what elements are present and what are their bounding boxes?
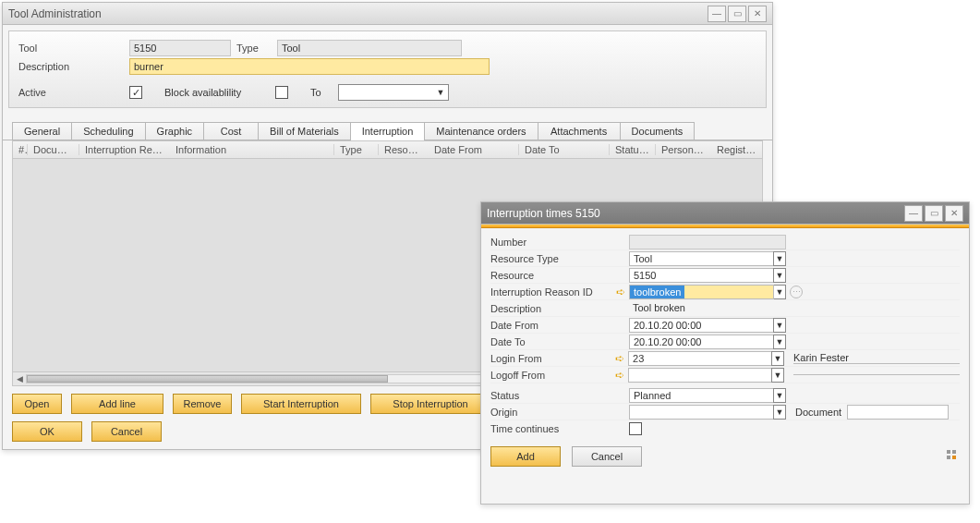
col-registered-by: Registered by	[711, 144, 762, 155]
document-input[interactable]	[847, 405, 949, 420]
stop-interruption-button[interactable]: Stop Interruption	[370, 394, 490, 414]
cancel-button[interactable]: Cancel	[91, 421, 162, 442]
col-hash: #	[13, 144, 28, 155]
logoff-from-select[interactable]	[628, 368, 772, 383]
minimize-button[interactable]: —	[708, 6, 726, 22]
active-label: Active	[18, 87, 129, 98]
tab-bom[interactable]: Bill of Materials	[258, 122, 351, 140]
type-value: Tool	[277, 40, 462, 56]
arrow-right-icon: ➪	[614, 286, 627, 298]
time-continues-label: Time continues	[490, 423, 629, 434]
resource-label: Resource	[490, 270, 629, 281]
dialog-minimize-button[interactable]: —	[904, 205, 923, 222]
tab-documents[interactable]: Documents	[620, 122, 696, 140]
dialog-title: Interruption times 5150	[487, 207, 904, 220]
col-docum: Docum ...	[28, 144, 79, 155]
block-availability-label: Block availablility	[164, 87, 275, 98]
remove-button[interactable]: Remove	[173, 394, 232, 414]
login-from-select[interactable]: 23	[628, 351, 772, 366]
number-label: Number	[490, 237, 629, 248]
col-personnel: Personnel ID	[656, 144, 711, 155]
tab-scheduling[interactable]: Scheduling	[71, 122, 145, 140]
col-date-from: Date From	[429, 144, 519, 155]
scrollbar-thumb[interactable]	[27, 375, 388, 383]
open-button[interactable]: Open	[12, 394, 62, 414]
start-interruption-button[interactable]: Start Interruption	[241, 394, 361, 414]
dialog-maximize-button[interactable]: ▭	[925, 205, 943, 222]
chevron-down-icon[interactable]: ▼	[773, 318, 786, 333]
tool-value: 5150	[129, 40, 231, 56]
document-label: Document	[795, 407, 841, 418]
interruption-reason-id-label: Interruption Reason ID	[490, 286, 614, 298]
tool-label: Tool	[18, 43, 129, 54]
type-label: Type	[231, 43, 277, 54]
tab-attachments[interactable]: Attachments	[538, 122, 621, 140]
logoff-from-label: Logoff From	[490, 370, 613, 381]
arrow-right-icon: ➪	[613, 369, 626, 382]
chevron-down-icon[interactable]: ▼	[773, 285, 786, 299]
interruption-times-dialog: Interruption times 5150 — ▭ ✕ Number Res…	[480, 201, 970, 505]
col-interruption-reason: Interruption Reaso	[79, 144, 170, 155]
window-title: Tool Administration	[8, 7, 708, 20]
tab-maintenance[interactable]: Maintenance orders	[424, 122, 538, 140]
to-select[interactable]: ▼	[338, 84, 449, 101]
dlg-description-label: Description	[490, 303, 629, 314]
close-button[interactable]: ✕	[748, 6, 767, 22]
tab-general[interactable]: General	[12, 122, 72, 140]
to-label: To	[310, 87, 338, 98]
origin-select[interactable]	[629, 405, 774, 420]
chevron-down-icon[interactable]: ▼	[771, 368, 784, 383]
resize-grip-icon[interactable]	[947, 450, 960, 463]
description-input[interactable]: burner	[129, 58, 490, 75]
chevron-down-icon[interactable]: ▼	[771, 351, 784, 366]
date-to-label: Date To	[490, 336, 629, 347]
interruption-table-header: # Docum ... Interruption Reaso Informati…	[12, 140, 763, 159]
date-from-label: Date From	[490, 320, 629, 331]
col-statusid: Statusid	[610, 144, 656, 155]
resource-type-select[interactable]: Tool	[629, 251, 774, 266]
col-type: Type	[334, 144, 379, 155]
dialog-cancel-button[interactable]: Cancel	[572, 446, 642, 467]
logoff-from-person	[793, 374, 960, 375]
scroll-left-button[interactable]: ◀	[13, 374, 26, 383]
active-checkbox[interactable]: ✓	[129, 86, 142, 99]
status-label: Status	[490, 390, 629, 401]
status-select[interactable]: Planned	[629, 388, 774, 403]
tab-cost[interactable]: Cost	[203, 122, 259, 140]
description-label: Description	[18, 61, 129, 72]
origin-label: Origin	[490, 407, 629, 418]
col-information: Information	[170, 144, 334, 155]
tab-graphic[interactable]: Graphic	[145, 122, 205, 140]
login-from-person: Karin Fester	[793, 352, 960, 364]
tab-interruption[interactable]: Interruption	[350, 122, 426, 140]
chevron-down-icon[interactable]: ▼	[773, 388, 786, 403]
maximize-button[interactable]: ▭	[728, 6, 746, 22]
resource-type-label: Resource Type	[490, 253, 629, 264]
dialog-close-button[interactable]: ✕	[945, 205, 963, 222]
login-from-label: Login From	[490, 353, 613, 364]
chevron-down-icon: ▼	[433, 88, 448, 97]
chevron-down-icon[interactable]: ▼	[773, 334, 786, 349]
add-line-button[interactable]: Add line	[71, 394, 163, 414]
number-value	[629, 235, 786, 249]
col-resource: Resource	[379, 144, 429, 155]
chevron-down-icon[interactable]: ▼	[773, 251, 786, 266]
col-date-to: Date To	[519, 144, 610, 155]
chevron-down-icon[interactable]: ▼	[773, 405, 786, 420]
arrow-right-icon: ➪	[613, 352, 626, 365]
date-from-select[interactable]: 20.10.20 00:00	[629, 318, 774, 333]
chevron-down-icon[interactable]: ▼	[773, 268, 786, 283]
info-icon[interactable]: ⋯	[790, 286, 803, 298]
resource-select[interactable]: 5150	[629, 268, 774, 283]
date-to-select[interactable]: 20.10.20 00:00	[629, 334, 774, 349]
block-availability-checkbox[interactable]	[275, 86, 288, 99]
dialog-add-button[interactable]: Add	[490, 446, 561, 467]
time-continues-checkbox[interactable]	[629, 422, 642, 435]
dlg-description-value: Tool broken	[629, 301, 786, 316]
interruption-reason-id-select[interactable]: toolbroken	[629, 285, 774, 299]
ok-button[interactable]: OK	[12, 421, 82, 442]
